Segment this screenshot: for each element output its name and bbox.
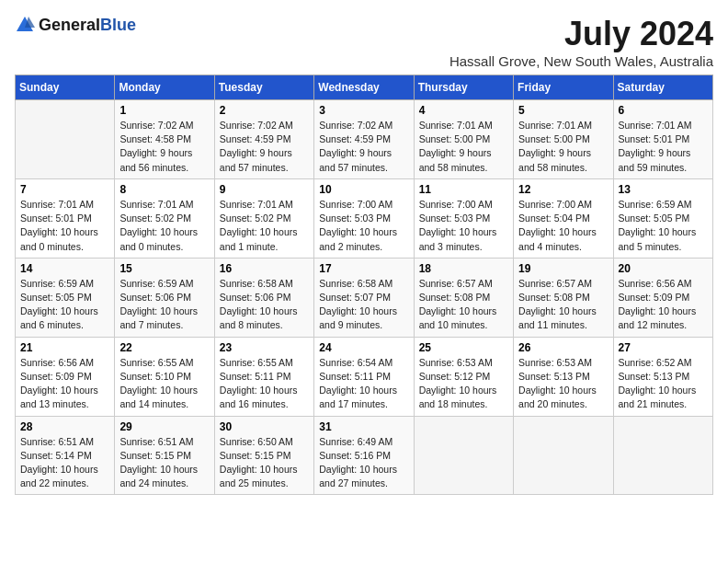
- day-number: 4: [419, 104, 508, 117]
- day-number: 25: [419, 341, 508, 354]
- day-info: Sunrise: 7:01 AMSunset: 5:00 PMDaylight:…: [518, 119, 608, 175]
- day-info: Sunrise: 6:50 AMSunset: 5:15 PMDaylight:…: [220, 435, 309, 491]
- calendar-cell: [613, 416, 712, 495]
- calendar-cell: 4Sunrise: 7:01 AMSunset: 5:00 PMDaylight…: [414, 100, 513, 179]
- calendar-cell: 2Sunrise: 7:02 AMSunset: 4:59 PMDaylight…: [214, 100, 313, 179]
- calendar-cell: 7Sunrise: 7:01 AMSunset: 5:01 PMDaylight…: [16, 178, 115, 258]
- week-row-3: 14Sunrise: 6:59 AMSunset: 5:05 PMDayligh…: [16, 258, 713, 337]
- day-header-saturday: Saturday: [613, 75, 712, 100]
- day-info: Sunrise: 6:59 AMSunset: 5:05 PMDaylight:…: [619, 198, 708, 254]
- calendar-cell: 15Sunrise: 6:59 AMSunset: 5:06 PMDayligh…: [115, 258, 214, 337]
- calendar-cell: 18Sunrise: 6:57 AMSunset: 5:08 PMDayligh…: [414, 258, 513, 337]
- calendar-cell: 24Sunrise: 6:54 AMSunset: 5:11 PMDayligh…: [314, 337, 414, 416]
- day-number: 8: [119, 183, 209, 196]
- calendar-cell: 31Sunrise: 6:49 AMSunset: 5:16 PMDayligh…: [314, 416, 414, 495]
- day-info: Sunrise: 7:00 AMSunset: 5:03 PMDaylight:…: [319, 198, 408, 254]
- calendar-cell: 13Sunrise: 6:59 AMSunset: 5:05 PMDayligh…: [613, 178, 712, 258]
- day-info: Sunrise: 7:02 AMSunset: 4:58 PMDaylight:…: [119, 119, 209, 175]
- day-number: 19: [518, 262, 608, 275]
- day-number: 22: [119, 341, 209, 354]
- day-header-tuesday: Tuesday: [214, 75, 313, 100]
- day-info: Sunrise: 6:58 AMSunset: 5:07 PMDaylight:…: [319, 277, 408, 333]
- calendar-cell: 14Sunrise: 6:59 AMSunset: 5:05 PMDayligh…: [16, 258, 115, 337]
- calendar-cell: 28Sunrise: 6:51 AMSunset: 5:14 PMDayligh…: [16, 416, 115, 495]
- day-info: Sunrise: 7:00 AMSunset: 5:03 PMDaylight:…: [419, 198, 508, 254]
- day-header-friday: Friday: [514, 75, 613, 100]
- calendar-cell: 12Sunrise: 7:00 AMSunset: 5:04 PMDayligh…: [514, 178, 613, 258]
- logo-blue: Blue: [100, 16, 136, 34]
- calendar-cell: 3Sunrise: 7:02 AMSunset: 4:59 PMDaylight…: [314, 100, 414, 179]
- week-row-5: 28Sunrise: 6:51 AMSunset: 5:14 PMDayligh…: [16, 416, 713, 495]
- day-number: 5: [518, 104, 608, 117]
- day-info: Sunrise: 6:51 AMSunset: 5:14 PMDaylight:…: [20, 435, 109, 491]
- day-info: Sunrise: 6:56 AMSunset: 5:09 PMDaylight:…: [619, 277, 708, 333]
- day-header-wednesday: Wednesday: [314, 75, 414, 100]
- day-number: 20: [619, 262, 708, 275]
- calendar-cell: 20Sunrise: 6:56 AMSunset: 5:09 PMDayligh…: [613, 258, 712, 337]
- day-header-thursday: Thursday: [414, 75, 513, 100]
- day-number: 13: [619, 183, 708, 196]
- day-header-sunday: Sunday: [16, 75, 115, 100]
- day-number: 6: [619, 104, 708, 117]
- calendar-cell: 30Sunrise: 6:50 AMSunset: 5:15 PMDayligh…: [214, 416, 313, 495]
- day-info: Sunrise: 7:01 AMSunset: 5:01 PMDaylight:…: [20, 198, 109, 254]
- calendar-cell: 6Sunrise: 7:01 AMSunset: 5:01 PMDaylight…: [613, 100, 712, 179]
- day-info: Sunrise: 6:52 AMSunset: 5:13 PMDaylight:…: [619, 356, 708, 412]
- day-header-monday: Monday: [115, 75, 214, 100]
- location-title: Hassall Grove, New South Wales, Australi…: [449, 53, 713, 69]
- day-info: Sunrise: 6:57 AMSunset: 5:08 PMDaylight:…: [419, 277, 508, 333]
- day-number: 28: [20, 420, 109, 433]
- day-info: Sunrise: 6:53 AMSunset: 5:13 PMDaylight:…: [518, 356, 608, 412]
- calendar-cell: 1Sunrise: 7:02 AMSunset: 4:58 PMDaylight…: [115, 100, 214, 179]
- calendar-cell: 17Sunrise: 6:58 AMSunset: 5:07 PMDayligh…: [314, 258, 414, 337]
- header: GeneralBlue July 2024 Hassall Grove, New…: [15, 15, 713, 69]
- day-number: 24: [319, 341, 408, 354]
- calendar-cell: [514, 416, 613, 495]
- day-info: Sunrise: 7:02 AMSunset: 4:59 PMDaylight:…: [319, 119, 408, 175]
- day-number: 26: [518, 341, 608, 354]
- day-info: Sunrise: 7:01 AMSunset: 5:01 PMDaylight:…: [619, 119, 708, 175]
- week-row-2: 7Sunrise: 7:01 AMSunset: 5:01 PMDaylight…: [16, 178, 713, 258]
- week-row-4: 21Sunrise: 6:56 AMSunset: 5:09 PMDayligh…: [16, 337, 713, 416]
- day-info: Sunrise: 6:56 AMSunset: 5:09 PMDaylight:…: [20, 356, 109, 412]
- calendar-cell: [16, 100, 115, 179]
- logo-general: General: [39, 16, 100, 34]
- day-info: Sunrise: 6:58 AMSunset: 5:06 PMDaylight:…: [220, 277, 309, 333]
- logo: GeneralBlue: [15, 15, 136, 35]
- day-number: 9: [220, 183, 309, 196]
- day-number: 12: [518, 183, 608, 196]
- day-number: 2: [220, 104, 309, 117]
- day-number: 31: [319, 420, 408, 433]
- calendar-cell: 22Sunrise: 6:55 AMSunset: 5:10 PMDayligh…: [115, 337, 214, 416]
- day-number: 7: [20, 183, 109, 196]
- day-number: 10: [319, 183, 408, 196]
- day-info: Sunrise: 6:55 AMSunset: 5:11 PMDaylight:…: [220, 356, 309, 412]
- calendar-cell: 29Sunrise: 6:51 AMSunset: 5:15 PMDayligh…: [115, 416, 214, 495]
- day-info: Sunrise: 6:53 AMSunset: 5:12 PMDaylight:…: [419, 356, 508, 412]
- calendar-cell: 9Sunrise: 7:01 AMSunset: 5:02 PMDaylight…: [214, 178, 313, 258]
- calendar-cell: 8Sunrise: 7:01 AMSunset: 5:02 PMDaylight…: [115, 178, 214, 258]
- day-info: Sunrise: 6:49 AMSunset: 5:16 PMDaylight:…: [319, 435, 408, 491]
- calendar-cell: 19Sunrise: 6:57 AMSunset: 5:08 PMDayligh…: [514, 258, 613, 337]
- day-number: 29: [119, 420, 209, 433]
- day-number: 16: [220, 262, 309, 275]
- calendar-cell: 21Sunrise: 6:56 AMSunset: 5:09 PMDayligh…: [16, 337, 115, 416]
- calendar-cell: 11Sunrise: 7:00 AMSunset: 5:03 PMDayligh…: [414, 178, 513, 258]
- day-number: 11: [419, 183, 508, 196]
- logo-icon: [15, 15, 35, 35]
- title-area: July 2024 Hassall Grove, New South Wales…: [449, 15, 713, 69]
- calendar-cell: 25Sunrise: 6:53 AMSunset: 5:12 PMDayligh…: [414, 337, 513, 416]
- day-info: Sunrise: 6:51 AMSunset: 5:15 PMDaylight:…: [119, 435, 209, 491]
- day-info: Sunrise: 6:57 AMSunset: 5:08 PMDaylight:…: [518, 277, 608, 333]
- day-info: Sunrise: 7:02 AMSunset: 4:59 PMDaylight:…: [220, 119, 309, 175]
- day-number: 3: [319, 104, 408, 117]
- day-number: 17: [319, 262, 408, 275]
- calendar-cell: 23Sunrise: 6:55 AMSunset: 5:11 PMDayligh…: [214, 337, 313, 416]
- day-info: Sunrise: 6:55 AMSunset: 5:10 PMDaylight:…: [119, 356, 209, 412]
- day-info: Sunrise: 7:00 AMSunset: 5:04 PMDaylight:…: [518, 198, 608, 254]
- day-info: Sunrise: 6:59 AMSunset: 5:06 PMDaylight:…: [119, 277, 209, 333]
- logo-text: GeneralBlue: [39, 16, 136, 35]
- day-number: 15: [119, 262, 209, 275]
- day-number: 27: [619, 341, 708, 354]
- day-info: Sunrise: 6:54 AMSunset: 5:11 PMDaylight:…: [319, 356, 408, 412]
